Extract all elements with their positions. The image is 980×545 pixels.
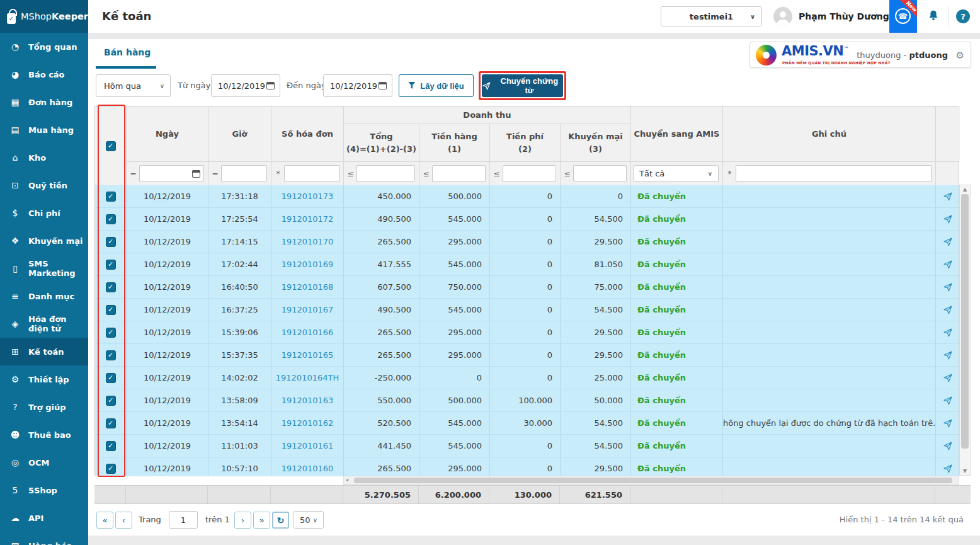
first-page-button[interactable]: «: [96, 512, 113, 529]
from-date-input[interactable]: 10/12/2019: [211, 74, 280, 97]
sidebar-item-chi-phi[interactable]: $ Chi phí: [0, 199, 88, 227]
row-checkbox[interactable]: ✓: [106, 418, 116, 428]
to-date-input[interactable]: 10/12/2019: [323, 74, 392, 97]
sidebar-item-tong-quan[interactable]: ◔ Tổng quan: [0, 33, 88, 60]
sidebar-item-danh-muc[interactable]: ≡ Danh mục: [0, 282, 88, 310]
send-icon[interactable]: [943, 282, 953, 292]
send-icon[interactable]: [943, 328, 953, 338]
invoice-number-link[interactable]: 1912010169: [282, 260, 334, 269]
invoice-number-link[interactable]: 1912010173: [282, 192, 334, 201]
invoice-number-link[interactable]: 1912010162: [282, 418, 334, 428]
sidebar-item-thiet-lap[interactable]: ⚙ Thiết lập: [0, 365, 88, 393]
row-checkbox[interactable]: ✓: [106, 396, 116, 406]
invoice-number-link[interactable]: 1912010161: [282, 441, 334, 450]
send-icon[interactable]: [943, 441, 953, 451]
page-size-select[interactable]: 50 ∨: [293, 511, 324, 529]
invoice-number-link[interactable]: 1912010165: [282, 350, 334, 360]
send-icon[interactable]: [943, 260, 953, 270]
invoice-number-link[interactable]: 1912010172: [282, 214, 334, 224]
send-icon[interactable]: [943, 373, 953, 383]
sidebar-item-5shop[interactable]: 5 5Shop: [0, 476, 88, 504]
vertical-scrollbar[interactable]: ▲ ▼: [959, 185, 971, 476]
page-number-input[interactable]: [169, 511, 198, 529]
filter-amis-select[interactable]: Tất cả∨: [634, 165, 719, 182]
row-checkbox[interactable]: ✓: [106, 373, 116, 383]
invoice-number-link[interactable]: 1912010170: [282, 237, 334, 246]
send-icon[interactable]: [943, 418, 953, 428]
refresh-icon[interactable]: ↻: [272, 512, 289, 529]
transfer-documents-button[interactable]: Chuyển chứng từ: [482, 74, 563, 97]
send-icon[interactable]: [943, 396, 953, 406]
next-page-button[interactable]: ›: [234, 512, 251, 529]
select-all-checkbox[interactable]: ✓: [106, 141, 116, 151]
send-icon[interactable]: [943, 464, 953, 474]
row-checkbox[interactable]: ✓: [106, 350, 116, 360]
col-header-ghi-chu[interactable]: Ghi chú: [723, 106, 936, 161]
row-checkbox[interactable]: ✓: [106, 237, 116, 247]
help-icon[interactable]: ?: [956, 9, 970, 23]
chevron-down-icon[interactable]: ∨: [875, 0, 880, 33]
sidebar-item-mua-hang[interactable]: ▤ Mua hàng: [0, 116, 88, 144]
avatar[interactable]: [773, 7, 792, 26]
horizontal-scrollbar[interactable]: ◂: [343, 476, 959, 485]
sidebar-item-thue-bao[interactable]: ☻ Thuê bao: [0, 421, 88, 449]
app-logo[interactable]: ✓ MShopKeeper: [0, 0, 88, 33]
sidebar-item-tro-giup[interactable]: ? Trợ giúp: [0, 393, 88, 421]
invoice-number-link[interactable]: 1912010167: [282, 305, 334, 314]
filter-so-hoa-don-input[interactable]: [284, 165, 339, 182]
sidebar-item-quy-tien[interactable]: ⊡ Quỹ tiền: [0, 171, 88, 199]
invoice-number-link[interactable]: 1912010166: [282, 328, 334, 337]
phone-app-tile[interactable]: ☎ New: [889, 0, 917, 33]
filter-ghi-chu-input[interactable]: [736, 165, 932, 182]
send-icon[interactable]: [943, 214, 953, 224]
invoice-number-link[interactable]: 1912010164TH: [276, 373, 339, 382]
store-select[interactable]: testimei1 ∨: [661, 6, 762, 26]
sidebar-item-don-hang[interactable]: ▦ Đơn hàng: [0, 88, 88, 116]
row-checkbox[interactable]: ✓: [106, 192, 116, 202]
scroll-down-icon[interactable]: ▼: [960, 468, 970, 474]
tab-ban-hang[interactable]: Bán hàng: [104, 47, 151, 57]
sidebar-item-hoa-don-dien-tu[interactable]: ◈ Hóa đơn điện tử: [0, 310, 88, 338]
last-page-button[interactable]: »: [253, 512, 270, 529]
col-header-gio[interactable]: Giờ: [208, 106, 271, 161]
date-preset-select[interactable]: Hôm qua ∨: [96, 74, 171, 97]
row-checkbox[interactable]: ✓: [106, 260, 116, 270]
sidebar-item-ocm[interactable]: ◎ OCM: [0, 449, 88, 476]
get-data-button[interactable]: Lấy dữ liệu: [399, 74, 474, 97]
send-icon[interactable]: [943, 237, 953, 247]
col-header-chuyen-sang-amis[interactable]: Chuyển sang AMIS: [631, 106, 723, 161]
col-header-khuyen-mai[interactable]: Khuyến mại(3): [561, 124, 631, 161]
gear-icon[interactable]: ⚙: [956, 42, 964, 69]
row-checkbox[interactable]: ✓: [106, 441, 116, 451]
filter-tien-phi-input[interactable]: [503, 165, 556, 182]
col-header-tien-hang[interactable]: Tiền hàng(1): [419, 124, 490, 161]
scrollbar-thumb[interactable]: [961, 194, 969, 449]
invoice-number-link[interactable]: 1912010168: [282, 282, 334, 292]
scroll-up-icon[interactable]: ▲: [960, 186, 970, 192]
sidebar-item-khuyen-mai[interactable]: ❖ Khuyến mại: [0, 227, 88, 255]
send-icon[interactable]: [943, 305, 953, 315]
send-icon[interactable]: [943, 350, 953, 360]
sidebar-item-bao-cao[interactable]: ◕ Báo cáo: [0, 60, 88, 88]
sidebar-item-hang-hoa[interactable]: ▧ Hàng hóa: [0, 532, 88, 545]
sidebar-item-ke-toan[interactable]: ⊞ Kế toán: [0, 338, 88, 365]
row-checkbox[interactable]: ✓: [106, 464, 116, 474]
row-checkbox[interactable]: ✓: [106, 282, 116, 292]
col-header-ngay[interactable]: Ngày: [127, 106, 208, 161]
invoice-number-link[interactable]: 1912010160: [282, 464, 334, 473]
filter-khuyen-mai-input[interactable]: [573, 165, 627, 182]
row-checkbox[interactable]: ✓: [106, 328, 116, 338]
sidebar-item-sms-marketing[interactable]: ▯ SMS Marketing: [0, 255, 88, 282]
filter-tong-input[interactable]: [356, 165, 415, 182]
notification-bell-icon[interactable]: [925, 8, 942, 25]
row-checkbox[interactable]: ✓: [106, 305, 116, 315]
send-icon[interactable]: [943, 192, 953, 202]
row-checkbox[interactable]: ✓: [106, 214, 116, 224]
col-header-tong[interactable]: Tổng(4)=(1)+(2)-(3): [344, 124, 419, 161]
col-header-so-hoa-don[interactable]: Số hóa đơn: [271, 106, 344, 161]
filter-tien-hang-input[interactable]: [432, 165, 486, 182]
sidebar-item-kho[interactable]: ⌂ Kho: [0, 144, 88, 171]
prev-page-button[interactable]: ‹: [115, 512, 132, 529]
scrollbar-thumb[interactable]: [354, 478, 952, 483]
filter-gio-input[interactable]: [221, 165, 267, 182]
